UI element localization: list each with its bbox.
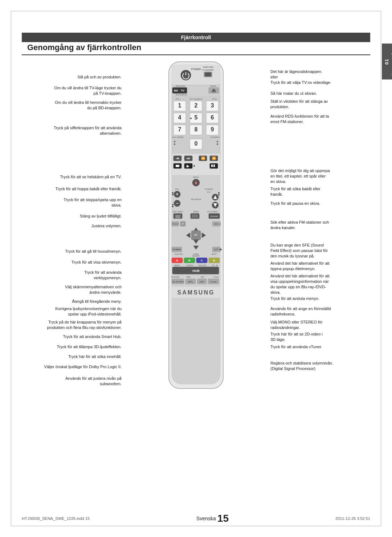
ann-pause: Tryck för att pausa en skiva.	[270, 201, 320, 206]
page-border-right	[381, 11, 381, 526]
svg-point-49	[174, 143, 175, 145]
ann-volume: Justera volymen.	[91, 223, 122, 229]
svg-text:PTY SEARCH: PTY SEARCH	[189, 98, 202, 100]
svg-text:B: B	[188, 259, 191, 262]
ann-num-keys: Tryck på sifferknappen för att användaal…	[54, 125, 122, 136]
svg-point-65	[193, 165, 195, 167]
ann-seek: Tryck för att söka bakåt ellerframåt.	[270, 186, 320, 197]
remote-control-area: POWER FUNCTION TV SOURCE RECEIVER	[125, 58, 267, 512]
svg-text:5: 5	[195, 114, 198, 121]
svg-text:TUNING: TUNING	[205, 188, 213, 190]
ann-exit: Tryck för att avsluta menyn.	[270, 296, 319, 301]
ann-mono-stereo: Välj MONO eller STEREO förradiosändninga…	[270, 320, 323, 330]
header-bar: Fjärrkontroll	[22, 33, 370, 42]
svg-point-50	[217, 141, 218, 142]
page-border-left	[11, 11, 11, 526]
ann-function-btn: Det här är lägesvalsknappen.ellerTryck f…	[270, 69, 331, 85]
ann-repeat: Gör det möjligt för dig att upprepaen ti…	[270, 168, 330, 184]
svg-point-34	[190, 118, 192, 119]
svg-text:ⅡDPL: ⅡDPL	[188, 281, 193, 283]
svg-point-79	[172, 204, 173, 206]
svg-text:VOL: VOL	[175, 188, 180, 190]
svg-text:POPUP: POPUP	[210, 215, 218, 217]
svg-text:FULL SCREEN: FULL SCREEN	[172, 137, 184, 138]
ann-skip: Tryck för att hoppa bakåt eller framåt.	[56, 186, 122, 192]
svg-text:MOIST: MOIST	[212, 253, 217, 255]
title-underline	[22, 54, 370, 55]
ann-dpl2: Väljer önskat ljudläge för Dolby Pro Log…	[44, 364, 122, 370]
svg-text:⏪: ⏪	[201, 156, 205, 160]
svg-text:2: 2	[195, 102, 198, 109]
svg-text:SW LEVEL: SW LEVEL	[199, 265, 207, 267]
svg-text:7: 7	[178, 126, 181, 133]
svg-text:2D→3D: 2D→3D	[212, 265, 218, 267]
svg-text:SLEEP: SLEEP	[210, 85, 216, 87]
svg-point-80	[172, 206, 173, 207]
page-border-bottom	[11, 526, 381, 526]
svg-point-78	[172, 194, 173, 195]
svg-text:PTY+: PTY+	[212, 98, 217, 100]
ann-dsp: Reglera och stabilisera volymnivån.(Digi…	[270, 361, 333, 371]
svg-text:vTuner: vTuner	[210, 281, 217, 283]
svg-text:0: 0	[195, 141, 198, 147]
svg-rect-9	[205, 73, 211, 76]
ann-stop-play: Tryck för att stoppa/spela upp enskiva.	[64, 197, 122, 208]
svg-text:−: −	[176, 201, 178, 206]
svg-text:6: 6	[211, 114, 214, 121]
ann-nav: Välj skärmmenyalternativen ochändra meny…	[65, 284, 122, 295]
svg-text:MENU: MENU	[193, 211, 199, 213]
svg-text:SMART: SMART	[174, 265, 180, 267]
svg-text:TOOLS: TOOLS	[172, 223, 179, 225]
ann-mute: Stäng av ljudet tillfälligt.	[80, 213, 122, 219]
svg-text:DSP: DSP	[200, 281, 204, 283]
ann-disc-menu: Tryck för att visa skivmenyn.	[72, 260, 122, 265]
ann-tools: Tryck för att användaverktygsmenyn.	[84, 270, 122, 281]
svg-rect-68	[213, 164, 215, 167]
svg-text:FUNCTION: FUNCTION	[203, 66, 213, 68]
svg-text:↩: ↩	[176, 248, 178, 251]
svg-text:EXIT: EXIT	[214, 248, 219, 251]
svg-point-51	[217, 143, 218, 145]
ann-tuning: Sök efter aktiva FM-stationer ochändra k…	[270, 220, 329, 231]
ann-vtuner: Tryck för att använda vTuner.	[270, 344, 322, 350]
ann-power: Slå på och av produkten.	[77, 74, 122, 80]
svg-text:3D SOUND: 3D SOUND	[172, 281, 184, 283]
footer-lang: Svenska	[196, 516, 216, 521]
svg-text:HD REPEAT: HD REPEAT	[211, 137, 220, 138]
svg-text:A: A	[176, 259, 178, 262]
side-tab-number: 01	[384, 58, 389, 64]
svg-text:TV: TV	[181, 89, 185, 92]
page-title: Genomgång av fjärrkontrollen	[27, 43, 141, 52]
ann-tuner-mem: Används för att ange en förinställdradio…	[270, 306, 331, 317]
svg-text:C: C	[201, 259, 203, 262]
svg-text:↵: ↵	[182, 222, 184, 225]
svg-text:9: 9	[211, 126, 214, 133]
header-bar-text: Fjärrkontroll	[181, 34, 211, 40]
ann-color-keys: Tryck på de här knapparna för menyer påp…	[47, 320, 122, 330]
main-content: Slå på och av produkten. Om du vill ändr…	[20, 58, 372, 512]
svg-text:D: D	[213, 259, 215, 262]
ann-2d3d: Tryck här för att se 2D-video i3D-läge.	[270, 331, 323, 342]
ann-search: Tryck här för att söka innehåll.	[68, 354, 122, 359]
ann-sync: Korrigera ljudsynkroniseringen när duspe…	[55, 306, 122, 317]
ann-tv-mode: Om du vill ändra till TV-läge trycker du…	[54, 85, 122, 96]
side-tab: 01 Komma igång	[382, 44, 392, 80]
svg-text:iPod SYNC: iPod SYNC	[175, 253, 184, 255]
svg-text:RECEIVER: RECEIVER	[176, 85, 185, 87]
svg-text:RDS DISPLAY: RDS DISPLAY	[176, 94, 188, 96]
page-number-area: Svenska 15	[196, 513, 229, 524]
ann-sleep: Ställ in vilotiden för att stänga avprod…	[270, 99, 328, 110]
svg-text:DSP: DSP	[201, 276, 204, 278]
svg-rect-67	[211, 164, 213, 167]
svg-point-84	[218, 194, 220, 195]
svg-text:⏮: ⏮	[176, 156, 179, 160]
svg-text:TITLE MENU: TITLE MENU	[207, 211, 218, 213]
svg-text:8: 8	[195, 126, 198, 133]
ann-fullscreen: Tryck för att se helskärm på en TV.	[60, 174, 122, 180]
ann-eject: Så här matar du ut skivan.	[270, 91, 317, 96]
footer-pagenum: 15	[217, 513, 229, 524]
svg-text:SEARCH: SEARCH	[187, 265, 193, 267]
svg-text:MUTE: MUTE	[193, 176, 199, 178]
ann-return: Återgå till föregående meny.	[72, 299, 122, 304]
svg-text:SAMSUNG: SAMSUNG	[177, 289, 215, 296]
